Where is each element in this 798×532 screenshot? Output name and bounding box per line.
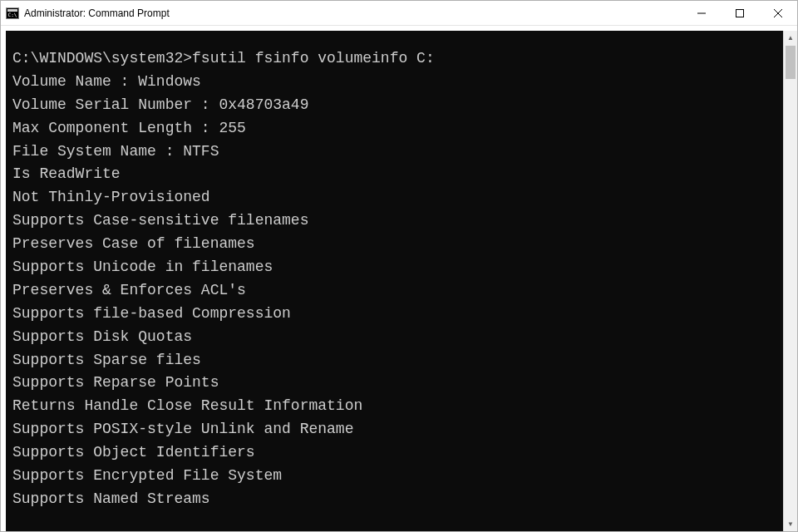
terminal-container: C:\WINDOWS\system32>fsutil fsinfo volume… <box>1 26 797 531</box>
vertical-scrollbar[interactable]: ▲ ▼ <box>783 31 797 531</box>
scroll-down-arrow-icon[interactable]: ▼ <box>784 517 797 531</box>
window-title: Administrator: Command Prompt <box>24 7 170 19</box>
cmd-icon: C:\ <box>6 7 19 19</box>
titlebar: C:\ Administrator: Command Prompt <box>1 1 797 26</box>
maximize-icon <box>736 9 744 17</box>
close-button[interactable] <box>759 1 797 25</box>
cmd-window: C:\ Administrator: Command Prompt C:\WIN… <box>0 0 798 532</box>
scroll-up-arrow-icon[interactable]: ▲ <box>784 31 797 45</box>
close-icon <box>774 9 782 17</box>
window-controls <box>682 1 797 25</box>
terminal-output[interactable]: C:\WINDOWS\system32>fsutil fsinfo volume… <box>6 31 783 531</box>
titlebar-left: C:\ Administrator: Command Prompt <box>6 7 170 19</box>
svg-rect-1 <box>736 9 744 17</box>
minimize-icon <box>697 9 706 17</box>
scroll-thumb[interactable] <box>786 46 796 79</box>
maximize-button[interactable] <box>721 1 759 25</box>
minimize-button[interactable] <box>682 1 721 25</box>
